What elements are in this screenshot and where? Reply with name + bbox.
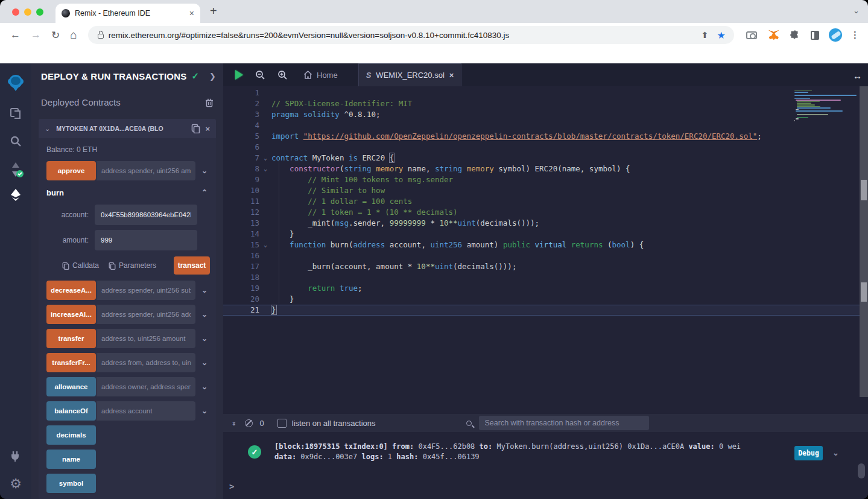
close-window-button[interactable] [12,8,19,16]
zoom-out-icon[interactable] [255,70,265,80]
expand-horizontal-icon[interactable]: ↔ [853,71,862,81]
function-button[interactable]: decimals [46,425,96,445]
copy-calldata-icon[interactable] [62,262,69,270]
function-expand-chevron-icon[interactable]: ⌄ [201,334,207,343]
function-args-input[interactable] [97,161,195,180]
function-button[interactable]: transferFr... [46,353,96,372]
extensions-puzzle-icon[interactable] [790,30,800,40]
code-line-7[interactable]: 7⌄contract MyToken is ERC20 { [223,153,868,164]
code-line-16[interactable]: 16 [223,250,868,261]
terminal-prompt[interactable]: > [229,482,234,491]
fold-chevron-icon[interactable]: ⌄ [259,240,271,250]
burn-collapse-chevron-icon[interactable]: ⌃ [201,188,207,197]
code-line-14[interactable]: 14 } [223,229,868,240]
function-args-input[interactable] [97,281,195,300]
code-line-6[interactable]: 6 [223,142,868,153]
function-args-input[interactable] [97,377,195,396]
code-line-11[interactable]: 11 // 1 dollar = 100 cents [223,196,868,207]
settings-gear-icon[interactable]: ⚙ [0,476,31,492]
editor-scrollbar[interactable] [860,86,868,397]
code-line-18[interactable]: 18 [223,272,868,283]
editor-scrollbar-thumb[interactable] [861,180,867,200]
url-text[interactable]: remix.ethereum.org/#optimize=false&runs=… [109,31,697,40]
trash-icon[interactable] [205,98,214,107]
metamask-icon[interactable] [768,30,780,40]
terminal-scrollbar-thumb[interactable] [858,463,865,478]
profile-avatar[interactable] [829,28,842,42]
code-line-19[interactable]: 19 return true; [223,283,868,294]
tab-home[interactable]: Home [303,71,338,80]
code-line-8[interactable]: 8⌄ constructor(string memory name, strin… [223,164,868,174]
bookmark-star-icon[interactable]: ★ [717,30,726,41]
zoom-in-icon[interactable] [277,70,288,80]
terminal-search-input[interactable] [479,416,649,430]
copy-address-icon[interactable] [191,124,200,133]
function-expand-chevron-icon[interactable]: ⌄ [201,358,207,367]
new-tab-button[interactable]: + [210,5,217,17]
tab-wemix-erc20[interactable]: S WEMIX_ERC20.sol × [358,63,462,86]
function-button[interactable]: symbol [46,474,96,493]
code-editor[interactable]: 12// SPDX-License-Identifier: MIT3pragma… [223,86,868,414]
tx-log-text[interactable]: [block:18975315 txIndex:0] from: 0x4F5..… [274,442,787,462]
function-args-input[interactable] [97,401,195,421]
minimize-window-button[interactable] [24,8,31,16]
burn-account-input[interactable] [95,205,197,225]
contract-card-header[interactable]: ⌄ MYTOKEN AT 0X1DA...ACE0A (BLO × [39,119,216,138]
address-bar[interactable]: remix.ethereum.org/#optimize=false&runs=… [88,26,734,44]
code-line-12[interactable]: 12 // 1 token = 1 * (10 ** decimals) [223,207,868,218]
home-icon[interactable]: ⌂ [70,28,77,42]
code-line-15[interactable]: 15⌄ function burn(address account, uint2… [223,240,868,250]
editor-minimap[interactable] [794,89,858,125]
browser-menu-icon[interactable]: ⋮ [851,30,860,40]
function-button[interactable]: transfer [46,329,96,348]
function-button[interactable]: balanceOf [46,401,96,421]
forward-icon[interactable]: → [31,29,41,41]
function-button[interactable]: allowance [46,377,96,396]
tab-close-icon[interactable]: × [189,8,194,18]
code-line-5[interactable]: 5import "https://github.com/OpenZeppelin… [223,131,868,142]
code-line-13[interactable]: 13 _mint(msg.sender, 99999999 * 10**uint… [223,218,868,229]
remix-logo-icon[interactable] [0,72,31,94]
back-icon[interactable]: ← [10,29,21,41]
transact-button[interactable]: transact [174,256,210,275]
reload-icon[interactable]: ↻ [51,29,60,42]
browser-tab[interactable]: Remix - Ethereum IDE × [55,4,200,23]
tab-list-chevron-icon[interactable]: ⌄ [853,6,860,15]
burn-amount-input[interactable] [95,230,197,250]
parameters-label[interactable]: Parameters [119,261,156,270]
code-line-17[interactable]: 17 _burn(account, amount * 10**uint(deci… [223,261,868,272]
code-line-21[interactable]: 21} [223,305,868,316]
listen-transactions-checkbox[interactable] [277,419,287,428]
maximize-window-button[interactable] [36,8,43,16]
function-expand-chevron-icon[interactable]: ⌄ [201,383,207,391]
copy-parameters-icon[interactable] [109,262,116,270]
clear-console-icon[interactable] [245,419,253,427]
side-panel-icon[interactable] [811,31,820,40]
code-line-4[interactable]: 4 [223,120,868,131]
function-expand-chevron-icon[interactable]: ⌄ [201,286,207,294]
solidity-compiler-icon[interactable] [0,161,31,178]
function-args-input[interactable] [97,329,195,348]
code-line-9[interactable]: 9 // Mint 100 tokens to msg.sender [223,174,868,185]
function-button[interactable]: decreaseA... [46,281,96,300]
remove-contract-icon[interactable]: × [205,124,210,133]
deploy-run-icon[interactable] [0,188,31,202]
function-expand-chevron-icon[interactable]: ⌄ [201,407,207,415]
panel-collapse-chevron-icon[interactable]: ❯ [209,72,216,81]
terminal-collapse-icon[interactable]: ⌄⌄ [232,420,236,426]
code-line-1[interactable]: 1 [223,87,868,98]
code-line-20[interactable]: 20 } [223,294,868,305]
fold-chevron-icon[interactable]: ⌄ [259,164,271,174]
debug-button[interactable]: Debug [794,446,823,460]
calldata-label[interactable]: Calldata [72,261,99,270]
function-button[interactable]: approve [46,161,96,180]
function-button[interactable]: name [46,450,96,469]
lock-icon[interactable] [98,34,104,39]
function-expand-chevron-icon[interactable]: ⌄ [201,167,207,175]
camera-extension-icon[interactable] [746,31,757,39]
function-expand-chevron-icon[interactable]: ⌄ [201,310,207,319]
search-icon[interactable] [0,135,31,148]
contract-expand-chevron-icon[interactable]: ⌄ [45,125,50,133]
share-icon[interactable]: ⬆ [702,30,709,40]
file-explorer-icon[interactable] [0,107,31,120]
